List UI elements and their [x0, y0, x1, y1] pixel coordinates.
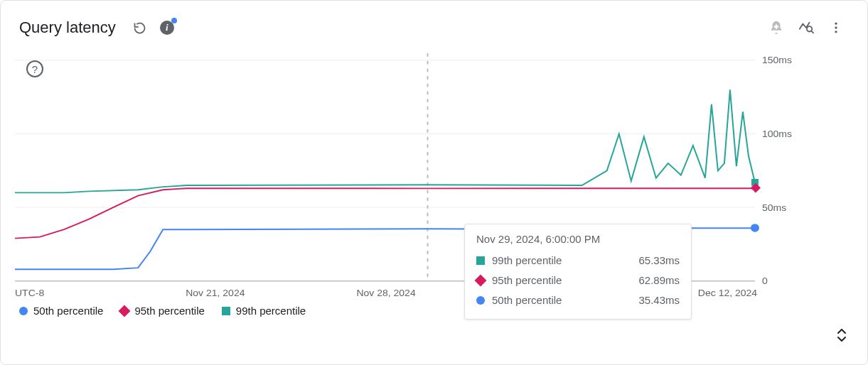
chart-area[interactable]: ? 150ms 100ms 50ms 0 — [1, 46, 867, 302]
help-icon[interactable]: ? — [26, 60, 43, 77]
expand-toggle[interactable] — [836, 327, 847, 343]
legend-item-p99[interactable]: 99th percentile — [222, 305, 306, 317]
tooltip-label: 99th percentile — [492, 251, 631, 271]
svg-line-3 — [811, 31, 813, 33]
y-tick: 150ms — [762, 54, 792, 65]
y-tick: 100ms — [762, 128, 792, 139]
y-tick: 0 — [762, 275, 768, 286]
legend-label: 95th percentile — [134, 305, 204, 317]
diamond-icon — [475, 275, 487, 287]
legend-label: 99th percentile — [236, 305, 306, 317]
tooltip-value: 62.89ms — [638, 271, 680, 290]
tooltip-value: 65.33ms — [638, 251, 680, 271]
series-p99 — [15, 89, 755, 192]
legend-label: 50th percentile — [33, 305, 103, 317]
tooltip-timestamp: Nov 29, 2024, 6:00:00 PM — [476, 233, 680, 245]
x-tz: UTC-8 — [15, 287, 45, 298]
refresh-icon[interactable] — [132, 19, 149, 36]
y-tick: 50ms — [762, 202, 786, 213]
legend: 50th percentile 95th percentile 99th per… — [1, 302, 867, 327]
circle-icon — [19, 307, 28, 315]
metrics-explore-icon[interactable] — [798, 19, 815, 36]
chart-card: Query latency i — [0, 0, 868, 365]
header-actions — [768, 19, 852, 36]
chart-title: Query latency — [19, 18, 116, 37]
legend-item-p50[interactable]: 50th percentile — [19, 305, 103, 317]
tooltip-row-p95: 95th percentile 62.89ms — [476, 271, 680, 290]
marker-p50 — [751, 224, 759, 232]
notification-dot — [171, 18, 177, 23]
bell-add-icon[interactable] — [768, 19, 785, 36]
info-icon[interactable]: i — [159, 19, 176, 36]
tooltip-row-p99: 99th percentile 65.33ms — [476, 251, 680, 271]
svg-point-5 — [835, 26, 837, 28]
svg-rect-1 — [774, 26, 778, 28]
svg-point-6 — [835, 31, 837, 33]
x-tick: Nov 21, 2024 — [186, 287, 245, 298]
x-tick: Nov 28, 2024 — [356, 287, 416, 298]
square-icon — [222, 307, 230, 315]
card-header: Query latency i — [1, 1, 867, 46]
diamond-icon — [119, 305, 131, 317]
tooltip-label: 95th percentile — [492, 271, 631, 290]
square-icon — [476, 256, 485, 265]
more-options-icon[interactable] — [827, 19, 845, 36]
legend-item-p95[interactable]: 95th percentile — [120, 305, 204, 317]
x-tick: Dec 12, 2024 — [698, 287, 758, 298]
svg-point-4 — [835, 23, 837, 25]
